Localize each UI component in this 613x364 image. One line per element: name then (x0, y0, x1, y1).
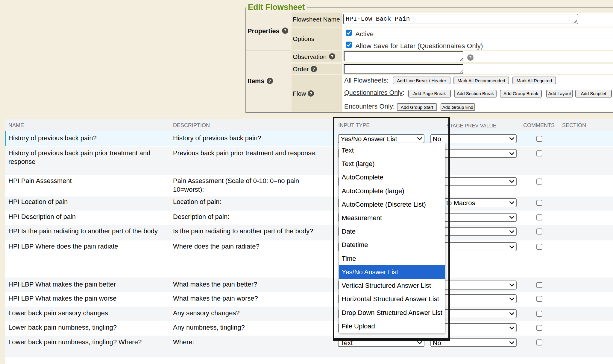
svg-text:?: ? (312, 66, 315, 71)
svg-text:?: ? (469, 55, 471, 60)
svg-text:?: ? (331, 54, 333, 59)
svg-text:?: ? (284, 28, 286, 33)
svg-text:?: ? (309, 91, 312, 96)
svg-text:?: ? (268, 78, 271, 83)
